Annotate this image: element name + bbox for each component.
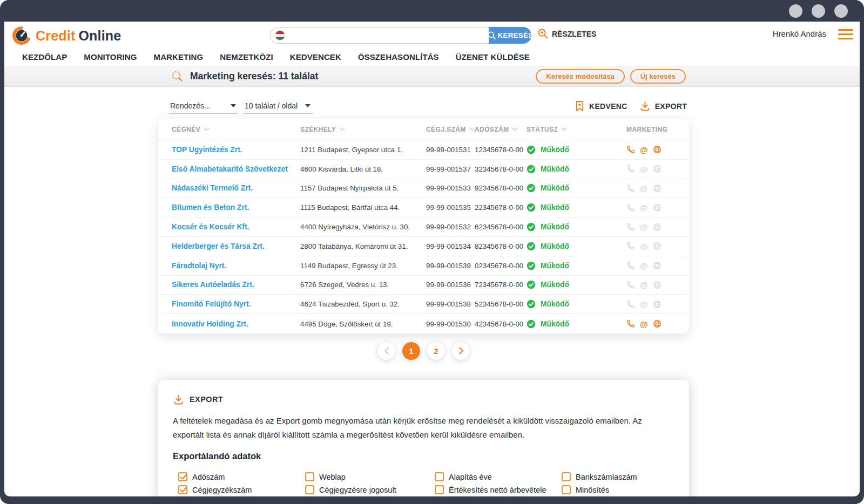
email-at-icon[interactable]: @ — [640, 320, 648, 328]
company-name-link[interactable]: Innovatív Holding Zrt. — [172, 320, 300, 328]
checkbox-icon[interactable] — [562, 485, 571, 494]
pagination-page[interactable]: 2 — [427, 342, 445, 360]
window-control-icon[interactable] — [834, 4, 848, 18]
user-name[interactable]: Hrenkó András — [773, 29, 826, 38]
phone-icon[interactable] — [626, 300, 635, 309]
export-field-checkbox[interactable]: Bankszámlaszám — [562, 472, 674, 481]
globe-icon[interactable] — [653, 319, 662, 328]
nav-item[interactable]: ÖSSZEHASONLÍTÁS — [358, 52, 439, 62]
checkbox-icon[interactable] — [305, 472, 314, 481]
phone-icon[interactable] — [626, 261, 635, 270]
company-address: 4600 Kisvárda, Litki út 18. — [300, 165, 426, 173]
phone-icon[interactable] — [626, 184, 635, 193]
nav-item[interactable]: ÜZENET KÜLDÉSE — [456, 52, 530, 62]
checkbox-label: Értékesítés nettó árbevétele — [449, 486, 546, 494]
sort-select[interactable]: Rendezés... — [169, 101, 238, 114]
nav-item[interactable]: MONITORING — [84, 52, 137, 62]
export-field-checkbox[interactable]: Minősítés — [562, 485, 674, 494]
globe-icon[interactable] — [653, 300, 662, 309]
phone-icon[interactable] — [626, 242, 635, 250]
window-control-icon[interactable] — [812, 4, 825, 18]
phone-icon[interactable] — [626, 319, 635, 328]
export-button[interactable]: EXPORT — [639, 100, 687, 112]
phone-icon[interactable] — [626, 203, 635, 212]
email-at-icon[interactable]: @ — [640, 242, 648, 250]
hungarian-flag-icon[interactable] — [275, 30, 285, 40]
nav-item[interactable]: MARKETING — [154, 52, 204, 62]
company-name-link[interactable]: TOP Ügyintézés Zrt. — [172, 146, 300, 154]
company-name-link[interactable]: Kocsér és Kocsér Kft. — [172, 223, 300, 231]
globe-icon[interactable] — [653, 242, 662, 250]
email-at-icon[interactable]: @ — [640, 165, 648, 173]
phone-icon[interactable] — [626, 165, 635, 173]
export-field-checkbox[interactable]: Értékesítés nettó árbevétele — [435, 485, 562, 494]
favorite-button[interactable]: KEDVENC — [575, 100, 627, 112]
checkbox-icon[interactable] — [435, 472, 444, 481]
company-name-link[interactable]: Fáradtolaj Nyrt. — [172, 262, 300, 270]
globe-icon[interactable] — [653, 261, 662, 270]
column-header-address[interactable]: SZÉKHELY — [300, 126, 426, 133]
export-field-checkbox[interactable]: Weblap — [305, 472, 435, 481]
checkbox-icon[interactable] — [178, 472, 187, 481]
checkbox-icon[interactable] — [178, 485, 187, 494]
column-header-status[interactable]: STÁTUSZ — [526, 126, 626, 133]
phone-icon[interactable] — [626, 145, 635, 154]
detailed-search-button[interactable]: RÉSZLETES — [537, 28, 596, 39]
company-address: 4400 Nyíregyháza, Vietórisz u. 30. — [300, 223, 426, 231]
checkbox-icon[interactable] — [562, 472, 571, 481]
search-button[interactable]: KERESÉS — [489, 27, 531, 44]
globe-icon[interactable] — [653, 281, 662, 289]
email-at-icon[interactable]: @ — [640, 223, 648, 231]
new-search-button[interactable]: Új keresés — [630, 69, 686, 84]
checkbox-icon[interactable] — [305, 485, 314, 494]
export-field-checkbox[interactable]: Adószám — [178, 472, 305, 481]
company-reg-number: 99-99-001533 — [426, 184, 475, 192]
export-field-checkbox[interactable]: Alapítás éve — [435, 472, 562, 481]
table-row: Sikeres Autóeladás Zrt. 6726 Szeged, Ved… — [158, 276, 689, 295]
company-name-link[interactable]: Helderberger és Társa Zrt. — [172, 242, 300, 250]
pagination-page[interactable]: 1 — [402, 342, 420, 360]
nav-item[interactable]: NEMZETKÖZI — [220, 52, 273, 62]
pagination-prev-icon[interactable] — [377, 342, 395, 360]
company-name-link[interactable]: Finomító Felújító Nyrt. — [172, 300, 300, 308]
globe-icon[interactable] — [653, 184, 662, 193]
globe-icon[interactable] — [653, 203, 662, 212]
search-input[interactable] — [270, 27, 489, 44]
globe-icon[interactable] — [653, 165, 662, 173]
email-at-icon[interactable]: @ — [640, 184, 648, 192]
company-tax-number: 52345678-0-00 — [475, 300, 526, 308]
status-badge: Működő — [526, 183, 626, 193]
per-page-select[interactable]: 10 találat / oldal — [244, 101, 313, 114]
globe-icon[interactable] — [653, 145, 662, 154]
pagination-next-icon[interactable] — [452, 342, 470, 360]
export-field-checkbox[interactable]: Cégjegyzékszám — [178, 485, 305, 494]
email-at-icon[interactable]: @ — [640, 262, 648, 270]
modify-search-button[interactable]: Keresés módosítása — [536, 69, 624, 84]
globe-icon[interactable] — [653, 223, 662, 231]
email-at-icon[interactable]: @ — [640, 146, 648, 154]
nav-item[interactable]: KEDVENCEK — [290, 52, 341, 62]
checkbox-icon[interactable] — [435, 485, 444, 494]
company-name-link[interactable]: Sikeres Autóeladás Zrt. — [172, 281, 300, 289]
column-header-tax-number[interactable]: ADÓSZÁM — [475, 126, 526, 133]
phone-icon[interactable] — [626, 281, 635, 289]
export-field-checkbox[interactable]: Cégjegyzésre jogosult — [305, 485, 435, 494]
company-address: 1115 Budapest, Bártfai utca 44. — [300, 203, 426, 212]
company-name-link[interactable]: Nádaszéki Termelő Zrt. — [172, 184, 300, 192]
logo[interactable]: CreditOnline — [12, 26, 121, 45]
column-header-reg-number[interactable]: CÉGJ.SZÁM — [426, 126, 475, 133]
column-header-company[interactable]: CÉGNÉV — [172, 126, 300, 133]
email-at-icon[interactable]: @ — [640, 203, 648, 212]
main-nav: KEZDŐLAP MONITORING MARKETING NEMZETKÖZI… — [4, 47, 860, 66]
nav-item[interactable]: KEZDŐLAP — [22, 52, 67, 62]
email-at-icon[interactable]: @ — [640, 281, 648, 289]
hamburger-menu-icon[interactable] — [838, 29, 853, 39]
table-row: Finomító Felújító Nyrt. 4624 Tiszabezdéd… — [158, 295, 689, 314]
search-icon — [487, 31, 496, 40]
status-badge: Működő — [526, 145, 626, 154]
email-at-icon[interactable]: @ — [640, 300, 648, 308]
phone-icon[interactable] — [626, 223, 635, 231]
window-control-icon[interactable] — [789, 4, 802, 18]
company-name-link[interactable]: Bitumen és Beton Zrt. — [172, 203, 300, 212]
company-name-link[interactable]: Első Almabetakarító Szövetkezet — [172, 165, 300, 173]
